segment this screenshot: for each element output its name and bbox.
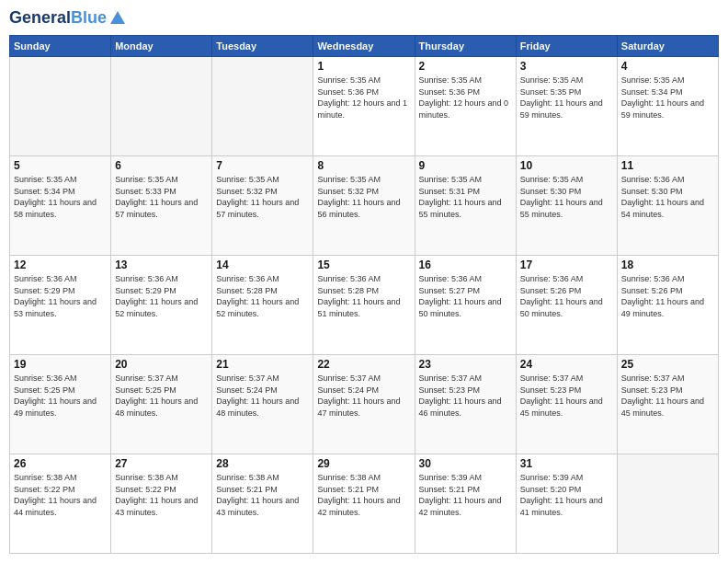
calendar-cell: 8Sunrise: 5:35 AMSunset: 5:32 PMDaylight… <box>313 156 415 256</box>
day-info: Sunrise: 5:39 AMSunset: 5:21 PMDaylight:… <box>419 472 512 518</box>
day-number: 9 <box>419 159 512 172</box>
day-number: 20 <box>115 358 208 371</box>
day-info: Sunrise: 5:36 AMSunset: 5:29 PMDaylight:… <box>14 273 107 319</box>
day-info: Sunrise: 5:36 AMSunset: 5:28 PMDaylight:… <box>317 273 410 319</box>
day-number: 31 <box>520 457 613 470</box>
day-number: 8 <box>317 159 410 172</box>
day-info: Sunrise: 5:38 AMSunset: 5:21 PMDaylight:… <box>216 472 309 518</box>
day-info: Sunrise: 5:37 AMSunset: 5:25 PMDaylight:… <box>115 373 208 419</box>
day-info: Sunrise: 5:36 AMSunset: 5:26 PMDaylight:… <box>621 273 714 319</box>
day-number: 14 <box>216 259 309 271</box>
day-number: 1 <box>317 60 410 73</box>
calendar-cell: 29Sunrise: 5:38 AMSunset: 5:21 PMDayligh… <box>313 454 415 554</box>
calendar-cell: 6Sunrise: 5:35 AMSunset: 5:33 PMDaylight… <box>111 156 212 256</box>
calendar-cell: 1Sunrise: 5:35 AMSunset: 5:36 PMDaylight… <box>313 57 415 156</box>
calendar-cell <box>617 454 718 554</box>
calendar-cell: 17Sunrise: 5:36 AMSunset: 5:26 PMDayligh… <box>516 256 617 355</box>
calendar-header-row: SundayMondayTuesdayWednesdayThursdayFrid… <box>10 36 719 57</box>
day-number: 18 <box>621 259 714 271</box>
day-number: 10 <box>520 159 613 172</box>
calendar-week-row: 12Sunrise: 5:36 AMSunset: 5:29 PMDayligh… <box>10 256 719 355</box>
day-number: 17 <box>520 259 613 271</box>
calendar-cell: 23Sunrise: 5:37 AMSunset: 5:23 PMDayligh… <box>415 355 516 454</box>
day-info: Sunrise: 5:37 AMSunset: 5:23 PMDaylight:… <box>419 373 512 419</box>
day-info: Sunrise: 5:35 AMSunset: 5:35 PMDaylight:… <box>520 75 613 121</box>
day-info: Sunrise: 5:39 AMSunset: 5:20 PMDaylight:… <box>520 472 613 518</box>
calendar-week-row: 19Sunrise: 5:36 AMSunset: 5:25 PMDayligh… <box>10 355 719 454</box>
day-number: 4 <box>621 60 714 73</box>
calendar-cell: 28Sunrise: 5:38 AMSunset: 5:21 PMDayligh… <box>212 454 313 554</box>
calendar-week-row: 1Sunrise: 5:35 AMSunset: 5:36 PMDaylight… <box>10 57 719 156</box>
day-number: 25 <box>621 358 714 371</box>
day-info: Sunrise: 5:35 AMSunset: 5:34 PMDaylight:… <box>14 174 107 220</box>
calendar-cell: 18Sunrise: 5:36 AMSunset: 5:26 PMDayligh… <box>617 256 718 355</box>
page: GeneralBlue SundayMondayTuesdayWednesday… <box>0 0 728 563</box>
calendar-cell: 9Sunrise: 5:35 AMSunset: 5:31 PMDaylight… <box>415 156 516 256</box>
day-number: 29 <box>317 457 410 470</box>
day-info: Sunrise: 5:37 AMSunset: 5:23 PMDaylight:… <box>520 373 613 419</box>
day-info: Sunrise: 5:36 AMSunset: 5:29 PMDaylight:… <box>115 273 208 319</box>
calendar-cell: 31Sunrise: 5:39 AMSunset: 5:20 PMDayligh… <box>516 454 617 554</box>
day-number: 16 <box>419 259 512 271</box>
calendar-cell: 3Sunrise: 5:35 AMSunset: 5:35 PMDaylight… <box>516 57 617 156</box>
day-number: 24 <box>520 358 613 371</box>
calendar-cell: 13Sunrise: 5:36 AMSunset: 5:29 PMDayligh… <box>111 256 212 355</box>
day-info: Sunrise: 5:36 AMSunset: 5:30 PMDaylight:… <box>621 174 714 220</box>
day-info: Sunrise: 5:35 AMSunset: 5:36 PMDaylight:… <box>419 75 512 121</box>
day-number: 15 <box>317 259 410 271</box>
calendar-cell: 19Sunrise: 5:36 AMSunset: 5:25 PMDayligh… <box>10 355 111 454</box>
day-number: 3 <box>520 60 613 73</box>
day-number: 13 <box>115 259 208 271</box>
day-number: 2 <box>419 60 512 73</box>
logo-icon <box>108 9 127 28</box>
calendar-cell: 12Sunrise: 5:36 AMSunset: 5:29 PMDayligh… <box>10 256 111 355</box>
calendar-day-header: Thursday <box>415 36 516 57</box>
calendar-day-header: Monday <box>111 36 212 57</box>
calendar-week-row: 26Sunrise: 5:38 AMSunset: 5:22 PMDayligh… <box>10 454 719 554</box>
calendar-cell: 26Sunrise: 5:38 AMSunset: 5:22 PMDayligh… <box>10 454 111 554</box>
day-info: Sunrise: 5:35 AMSunset: 5:31 PMDaylight:… <box>419 174 512 220</box>
header: GeneralBlue <box>9 9 719 28</box>
calendar-cell: 2Sunrise: 5:35 AMSunset: 5:36 PMDaylight… <box>415 57 516 156</box>
day-number: 22 <box>317 358 410 371</box>
day-info: Sunrise: 5:35 AMSunset: 5:34 PMDaylight:… <box>621 75 714 121</box>
calendar-day-header: Saturday <box>617 36 718 57</box>
day-info: Sunrise: 5:36 AMSunset: 5:26 PMDaylight:… <box>520 273 613 319</box>
calendar-day-header: Tuesday <box>212 36 313 57</box>
calendar-day-header: Friday <box>516 36 617 57</box>
calendar-week-row: 5Sunrise: 5:35 AMSunset: 5:34 PMDaylight… <box>10 156 719 256</box>
calendar-cell <box>212 57 313 156</box>
day-info: Sunrise: 5:37 AMSunset: 5:24 PMDaylight:… <box>317 373 410 419</box>
calendar-cell: 7Sunrise: 5:35 AMSunset: 5:32 PMDaylight… <box>212 156 313 256</box>
day-info: Sunrise: 5:36 AMSunset: 5:28 PMDaylight:… <box>216 273 309 319</box>
day-info: Sunrise: 5:36 AMSunset: 5:27 PMDaylight:… <box>419 273 512 319</box>
day-info: Sunrise: 5:38 AMSunset: 5:22 PMDaylight:… <box>115 472 208 518</box>
calendar-cell <box>10 57 111 156</box>
calendar-cell: 22Sunrise: 5:37 AMSunset: 5:24 PMDayligh… <box>313 355 415 454</box>
day-number: 7 <box>216 159 309 172</box>
day-info: Sunrise: 5:38 AMSunset: 5:21 PMDaylight:… <box>317 472 410 518</box>
calendar-cell: 25Sunrise: 5:37 AMSunset: 5:23 PMDayligh… <box>617 355 718 454</box>
day-number: 30 <box>419 457 512 470</box>
day-info: Sunrise: 5:35 AMSunset: 5:32 PMDaylight:… <box>317 174 410 220</box>
calendar-cell: 11Sunrise: 5:36 AMSunset: 5:30 PMDayligh… <box>617 156 718 256</box>
day-number: 5 <box>14 159 107 172</box>
day-info: Sunrise: 5:35 AMSunset: 5:32 PMDaylight:… <box>216 174 309 220</box>
day-info: Sunrise: 5:37 AMSunset: 5:23 PMDaylight:… <box>621 373 714 419</box>
day-number: 21 <box>216 358 309 371</box>
day-number: 19 <box>14 358 107 371</box>
day-number: 27 <box>115 457 208 470</box>
calendar-cell: 16Sunrise: 5:36 AMSunset: 5:27 PMDayligh… <box>415 256 516 355</box>
day-info: Sunrise: 5:35 AMSunset: 5:36 PMDaylight:… <box>317 75 410 121</box>
day-number: 12 <box>14 259 107 271</box>
calendar-table: SundayMondayTuesdayWednesdayThursdayFrid… <box>9 35 719 554</box>
logo-text: GeneralBlue <box>9 9 107 28</box>
calendar-cell: 10Sunrise: 5:35 AMSunset: 5:30 PMDayligh… <box>516 156 617 256</box>
calendar-cell: 15Sunrise: 5:36 AMSunset: 5:28 PMDayligh… <box>313 256 415 355</box>
day-number: 28 <box>216 457 309 470</box>
calendar-cell: 14Sunrise: 5:36 AMSunset: 5:28 PMDayligh… <box>212 256 313 355</box>
day-info: Sunrise: 5:37 AMSunset: 5:24 PMDaylight:… <box>216 373 309 419</box>
calendar-cell <box>111 57 212 156</box>
calendar-cell: 27Sunrise: 5:38 AMSunset: 5:22 PMDayligh… <box>111 454 212 554</box>
calendar-day-header: Sunday <box>10 36 111 57</box>
